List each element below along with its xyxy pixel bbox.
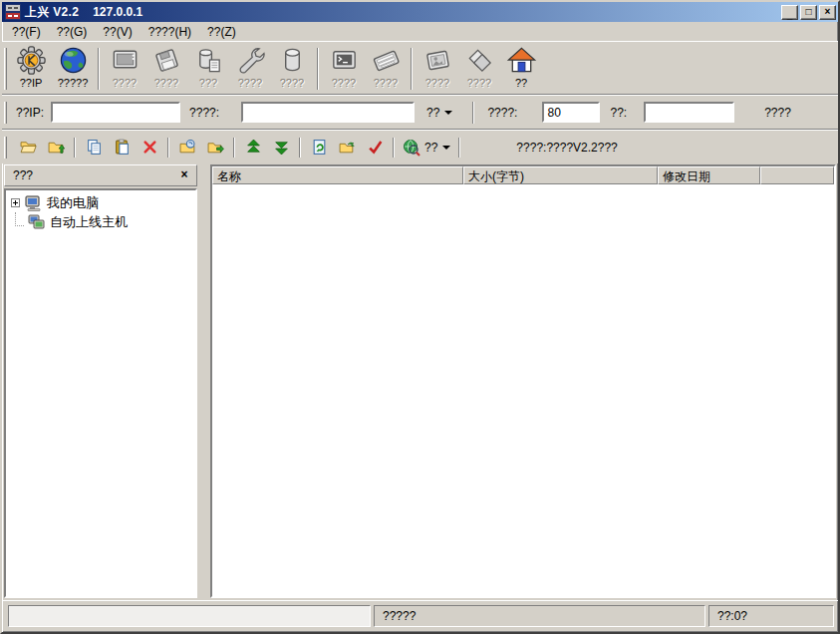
menu-group[interactable]: ??(G): [49, 23, 96, 41]
view-folder-button[interactable]: [175, 136, 199, 159]
maximize-button[interactable]: □: [800, 5, 817, 20]
paste-button[interactable]: [110, 136, 134, 159]
file-manage-button[interactable]: ????: [145, 44, 187, 93]
toolbar-separator: [458, 138, 460, 158]
column-header-date[interactable]: 修改日期: [658, 166, 760, 184]
network-host-icon: [28, 214, 46, 230]
folder-up-icon: [48, 139, 65, 156]
toolbar-separator: [167, 138, 169, 158]
status-transfer-pane: ??:0?: [708, 605, 834, 627]
keyboard-icon: [371, 45, 402, 76]
delete-button[interactable]: [138, 136, 161, 159]
window-title: 上兴 V2.2: [25, 4, 79, 21]
pass-input[interactable]: [644, 102, 734, 123]
menu-help[interactable]: ????(H): [140, 23, 199, 41]
gear-icon: [16, 45, 47, 76]
registry-button[interactable]: ???: [187, 44, 229, 93]
toolbar-separator: [74, 138, 76, 158]
column-header-empty[interactable]: [760, 166, 834, 184]
computer-icon: [25, 195, 43, 211]
toolbar-button-label: ???: [199, 77, 217, 89]
menu-view[interactable]: ??(V): [95, 23, 140, 41]
plugins-button[interactable]: ????: [458, 44, 500, 93]
chevron-down-icon: [442, 146, 450, 150]
up-directory-button[interactable]: [44, 136, 68, 159]
goto-folder-button[interactable]: [335, 136, 359, 159]
port-label: ????:: [487, 106, 517, 120]
sidebar-close-icon[interactable]: ×: [176, 168, 192, 182]
online-hosts-button[interactable]: ?????: [52, 44, 94, 93]
scan-ip-button[interactable]: ??IP: [10, 44, 52, 93]
services-button[interactable]: ????: [271, 44, 313, 93]
file-list-header: 名称 大小(字节) 修改日期: [212, 166, 834, 184]
tree-connector: [15, 212, 24, 226]
keylog-button[interactable]: ????: [365, 44, 407, 93]
download-button[interactable]: [269, 136, 293, 159]
copy-icon: [86, 139, 103, 156]
toolbar-separator: [233, 138, 235, 158]
ip-input[interactable]: [51, 102, 180, 123]
system-manage-button[interactable]: ????: [229, 44, 271, 93]
close-button[interactable]: ×: [819, 5, 836, 20]
folder-go-icon: [339, 139, 356, 156]
file-list-panel: 名称 大小(字节) 修改日期: [210, 164, 836, 598]
title-bar: 上兴 V2.2 127.0.0.1 _ □ ×: [2, 2, 838, 22]
floppy-icon: [151, 45, 182, 76]
home-icon: [506, 45, 537, 76]
resolve-label: ??: [426, 106, 439, 120]
toolbar-button-label: ????: [374, 77, 398, 89]
panel-splitter[interactable]: [197, 164, 210, 598]
terminal-button[interactable]: ????: [323, 44, 365, 93]
refresh-button[interactable]: [307, 136, 331, 159]
toolbar-separator: [411, 48, 413, 90]
app-icon: [5, 4, 21, 20]
confirm-button[interactable]: [363, 136, 387, 159]
tree-item-my-computer[interactable]: 我的电脑: [8, 193, 193, 212]
port-input[interactable]: [542, 102, 600, 123]
toolbar-separator: [98, 48, 100, 90]
column-header-size[interactable]: 大小(字节): [463, 166, 658, 184]
capture-button[interactable]: ????: [417, 44, 458, 93]
connect-button[interactable]: ????: [764, 106, 791, 120]
sidebar-header: ??? ×: [4, 164, 197, 186]
chevron-down-icon: [444, 111, 452, 115]
open-folder-button[interactable]: [16, 136, 40, 159]
screen-view-button[interactable]: ????: [104, 44, 145, 93]
wrench-icon: [235, 45, 266, 76]
upload-button[interactable]: [241, 136, 265, 159]
main-toolbar: ??IP ????? ????: [2, 42, 838, 94]
menu-about[interactable]: ??(Z): [199, 23, 244, 41]
status-bar: ????? ??:0?: [2, 600, 838, 632]
toolbar-separator: [472, 102, 474, 124]
host-tree: 我的电脑 自动上线主机: [4, 188, 197, 598]
tree-item-auto-online-hosts[interactable]: 自动上线主机: [8, 212, 193, 231]
toolbar-gripper[interactable]: [4, 102, 7, 124]
database-icon: [277, 45, 308, 76]
folder-view-icon: [179, 139, 196, 156]
toolbar-gripper[interactable]: [4, 48, 7, 90]
resolve-dropdown-button[interactable]: ??: [422, 104, 456, 122]
minimize-button[interactable]: _: [781, 5, 798, 20]
confirm-icon: [367, 139, 384, 156]
toolbar-button-label: ??: [515, 77, 527, 89]
address-bar: ??IP: ????: ?? ????: ??: ????: [2, 96, 838, 129]
terminal-icon: [329, 45, 360, 76]
web-search-dropdown-button[interactable]: ??: [399, 137, 454, 158]
sidebar-title: ???: [13, 168, 176, 182]
folder-open-icon: [20, 139, 37, 156]
domain-label: ????:: [189, 106, 219, 120]
toolbar-gripper[interactable]: [4, 137, 7, 158]
status-message-pane: ?????: [374, 605, 705, 627]
menu-file[interactable]: ??(F): [4, 23, 49, 41]
tree-item-label: 我的电脑: [47, 194, 99, 212]
column-header-name[interactable]: 名称: [212, 166, 463, 184]
send-folder-button[interactable]: [203, 136, 227, 159]
file-list-body[interactable]: [212, 184, 834, 596]
copy-button[interactable]: [82, 136, 106, 159]
toolbar-button-label: ????: [154, 77, 178, 89]
delete-icon: [141, 139, 158, 156]
expand-plus-icon[interactable]: [11, 198, 20, 207]
folder-send-icon: [207, 139, 224, 156]
domain-input[interactable]: [241, 102, 415, 123]
home-button[interactable]: ??: [500, 44, 542, 93]
